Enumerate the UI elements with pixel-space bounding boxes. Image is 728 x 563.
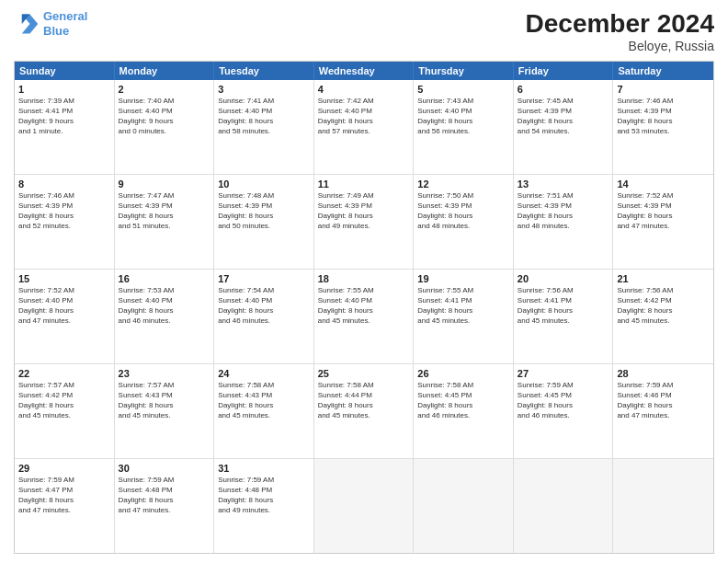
cal-cell: 29Sunrise: 7:59 AMSunset: 4:47 PMDayligh…	[15, 459, 115, 553]
cal-cell: 11Sunrise: 7:49 AMSunset: 4:39 PMDayligh…	[314, 175, 415, 269]
cal-cell: 1Sunrise: 7:39 AMSunset: 4:41 PMDaylight…	[15, 80, 115, 174]
day-number: 3	[218, 83, 310, 96]
day-info: Sunrise: 7:52 AMSunset: 4:40 PMDaylight:…	[18, 286, 110, 326]
cal-cell	[314, 459, 415, 553]
cal-cell: 24Sunrise: 7:58 AMSunset: 4:43 PMDayligh…	[214, 364, 314, 458]
cal-week-row: 22Sunrise: 7:57 AMSunset: 4:42 PMDayligh…	[15, 363, 713, 458]
title-section: December 2024 Beloye, Russia	[526, 9, 714, 53]
day-number: 12	[417, 178, 509, 190]
cal-cell	[414, 459, 514, 553]
cal-cell: 26Sunrise: 7:58 AMSunset: 4:45 PMDayligh…	[414, 364, 514, 458]
day-info: Sunrise: 7:40 AMSunset: 4:40 PMDaylight:…	[119, 97, 210, 136]
cal-cell: 5Sunrise: 7:43 AMSunset: 4:40 PMDaylight…	[414, 80, 514, 174]
main-title: December 2024	[526, 9, 714, 39]
day-info: Sunrise: 7:47 AMSunset: 4:39 PMDaylight:…	[119, 191, 210, 231]
cal-header-day: Wednesday	[314, 62, 415, 80]
day-number: 18	[318, 272, 410, 285]
day-number: 8	[18, 178, 110, 190]
day-info: Sunrise: 7:39 AMSunset: 4:41 PMDaylight:…	[18, 97, 110, 136]
day-info: Sunrise: 7:54 AMSunset: 4:40 PMDaylight:…	[218, 286, 310, 326]
day-number: 25	[318, 367, 410, 380]
calendar-header: SundayMondayTuesdayWednesdayThursdayFrid…	[15, 62, 713, 80]
day-number: 28	[617, 367, 710, 380]
day-info: Sunrise: 7:46 AMSunset: 4:39 PMDaylight:…	[18, 191, 110, 231]
day-info: Sunrise: 7:43 AMSunset: 4:40 PMDaylight:…	[417, 97, 509, 136]
day-info: Sunrise: 7:58 AMSunset: 4:43 PMDaylight:…	[218, 381, 310, 420]
day-number: 27	[518, 367, 609, 380]
day-number: 13	[518, 178, 609, 190]
day-info: Sunrise: 7:52 AMSunset: 4:39 PMDaylight:…	[617, 191, 710, 231]
day-info: Sunrise: 7:42 AMSunset: 4:40 PMDaylight:…	[318, 97, 410, 136]
day-number: 30	[119, 462, 210, 475]
cal-cell: 7Sunrise: 7:46 AMSunset: 4:39 PMDaylight…	[613, 80, 713, 174]
cal-header-day: Monday	[115, 62, 215, 80]
day-info: Sunrise: 7:57 AMSunset: 4:42 PMDaylight:…	[18, 381, 110, 420]
logo-general: General	[43, 9, 87, 23]
header: General Blue December 2024 Beloye, Russi…	[14, 9, 714, 53]
logo-blue: Blue	[43, 24, 69, 38]
cal-cell: 10Sunrise: 7:48 AMSunset: 4:39 PMDayligh…	[214, 175, 314, 269]
cal-cell: 28Sunrise: 7:59 AMSunset: 4:46 PMDayligh…	[613, 364, 713, 458]
day-info: Sunrise: 7:55 AMSunset: 4:41 PMDaylight:…	[417, 286, 509, 326]
day-number: 2	[119, 83, 210, 96]
cal-cell: 22Sunrise: 7:57 AMSunset: 4:42 PMDayligh…	[15, 364, 115, 458]
cal-cell: 8Sunrise: 7:46 AMSunset: 4:39 PMDaylight…	[15, 175, 115, 269]
day-info: Sunrise: 7:53 AMSunset: 4:40 PMDaylight:…	[119, 286, 210, 326]
cal-cell: 20Sunrise: 7:56 AMSunset: 4:41 PMDayligh…	[514, 270, 614, 363]
day-info: Sunrise: 7:56 AMSunset: 4:41 PMDaylight:…	[518, 286, 609, 326]
cal-cell	[514, 459, 614, 553]
day-number: 10	[218, 178, 310, 190]
day-number: 7	[617, 83, 710, 96]
cal-header-day: Sunday	[15, 62, 115, 80]
day-number: 16	[119, 272, 210, 285]
day-info: Sunrise: 7:50 AMSunset: 4:39 PMDaylight:…	[417, 191, 509, 231]
day-info: Sunrise: 7:57 AMSunset: 4:43 PMDaylight:…	[119, 381, 210, 420]
day-info: Sunrise: 7:41 AMSunset: 4:40 PMDaylight:…	[218, 97, 310, 136]
cal-cell: 2Sunrise: 7:40 AMSunset: 4:40 PMDaylight…	[115, 80, 215, 174]
day-number: 14	[617, 178, 710, 190]
cal-cell: 16Sunrise: 7:53 AMSunset: 4:40 PMDayligh…	[115, 270, 215, 363]
day-info: Sunrise: 7:46 AMSunset: 4:39 PMDaylight:…	[617, 97, 710, 136]
day-info: Sunrise: 7:51 AMSunset: 4:39 PMDaylight:…	[518, 191, 609, 231]
cal-cell: 23Sunrise: 7:57 AMSunset: 4:43 PMDayligh…	[115, 364, 215, 458]
day-info: Sunrise: 7:58 AMSunset: 4:45 PMDaylight:…	[417, 381, 509, 420]
cal-cell: 6Sunrise: 7:45 AMSunset: 4:39 PMDaylight…	[514, 80, 614, 174]
calendar-body: 1Sunrise: 7:39 AMSunset: 4:41 PMDaylight…	[15, 80, 713, 553]
day-number: 11	[318, 178, 410, 190]
cal-header-day: Tuesday	[214, 62, 314, 80]
day-info: Sunrise: 7:59 AMSunset: 4:48 PMDaylight:…	[218, 476, 310, 515]
day-number: 23	[119, 367, 210, 380]
day-info: Sunrise: 7:55 AMSunset: 4:40 PMDaylight:…	[318, 286, 410, 326]
day-number: 15	[18, 272, 110, 285]
day-info: Sunrise: 7:56 AMSunset: 4:42 PMDaylight:…	[617, 286, 710, 326]
page: General Blue December 2024 Beloye, Russi…	[0, 0, 728, 563]
cal-week-row: 1Sunrise: 7:39 AMSunset: 4:41 PMDaylight…	[15, 80, 713, 174]
subtitle: Beloye, Russia	[526, 39, 714, 53]
cal-cell: 9Sunrise: 7:47 AMSunset: 4:39 PMDaylight…	[115, 175, 215, 269]
day-number: 9	[119, 178, 210, 190]
day-info: Sunrise: 7:45 AMSunset: 4:39 PMDaylight:…	[518, 97, 609, 136]
day-number: 5	[417, 83, 509, 96]
cal-cell: 31Sunrise: 7:59 AMSunset: 4:48 PMDayligh…	[214, 459, 314, 553]
cal-cell	[613, 459, 713, 553]
cal-week-row: 15Sunrise: 7:52 AMSunset: 4:40 PMDayligh…	[15, 269, 713, 363]
day-info: Sunrise: 7:58 AMSunset: 4:44 PMDaylight:…	[318, 381, 410, 420]
logo: General Blue	[14, 9, 87, 38]
logo-text: General Blue	[43, 9, 87, 38]
calendar: SundayMondayTuesdayWednesdayThursdayFrid…	[14, 61, 714, 554]
day-number: 22	[18, 367, 110, 380]
day-info: Sunrise: 7:59 AMSunset: 4:46 PMDaylight:…	[617, 381, 710, 420]
day-number: 31	[218, 462, 310, 475]
day-number: 17	[218, 272, 310, 285]
cal-cell: 4Sunrise: 7:42 AMSunset: 4:40 PMDaylight…	[314, 80, 415, 174]
cal-cell: 30Sunrise: 7:59 AMSunset: 4:48 PMDayligh…	[115, 459, 215, 553]
cal-cell: 13Sunrise: 7:51 AMSunset: 4:39 PMDayligh…	[514, 175, 614, 269]
cal-cell: 14Sunrise: 7:52 AMSunset: 4:39 PMDayligh…	[613, 175, 713, 269]
day-number: 24	[218, 367, 310, 380]
day-info: Sunrise: 7:49 AMSunset: 4:39 PMDaylight:…	[318, 191, 410, 231]
cal-cell: 12Sunrise: 7:50 AMSunset: 4:39 PMDayligh…	[414, 175, 514, 269]
day-number: 20	[518, 272, 609, 285]
day-info: Sunrise: 7:59 AMSunset: 4:45 PMDaylight:…	[518, 381, 609, 420]
cal-cell: 18Sunrise: 7:55 AMSunset: 4:40 PMDayligh…	[314, 270, 415, 363]
day-number: 29	[18, 462, 110, 475]
